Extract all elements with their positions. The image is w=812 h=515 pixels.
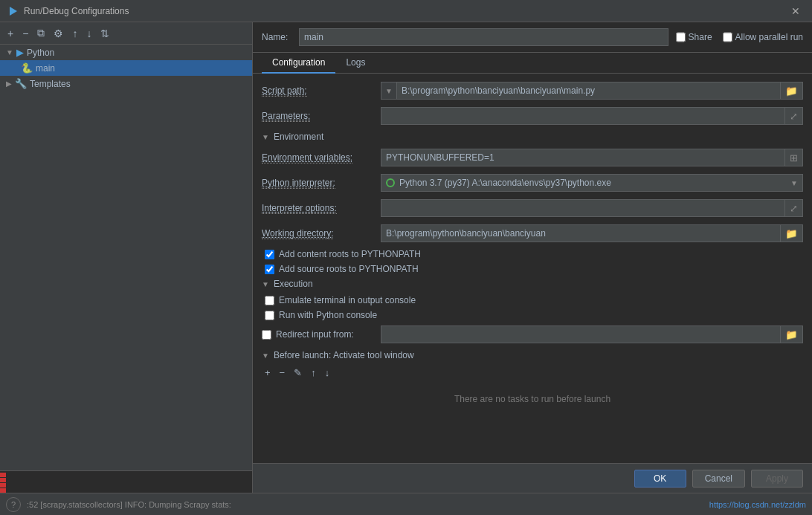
- interpreter-status-icon: [386, 178, 395, 187]
- redirect-input-label-area: Redirect input from:: [262, 329, 381, 340]
- env-vars-row: Environment variables: ⊞: [262, 148, 803, 167]
- before-launch-title: Before launch: Activate tool window: [274, 350, 414, 360]
- templates-label: Templates: [30, 79, 71, 89]
- env-vars-input[interactable]: [381, 149, 785, 166]
- add-content-roots-label[interactable]: Add content roots to PYTHONPATH: [279, 249, 421, 259]
- script-path-type-dropdown[interactable]: ▼: [381, 82, 397, 100]
- before-launch-edit-btn[interactable]: ✎: [291, 366, 305, 379]
- before-launch-add-btn[interactable]: +: [262, 366, 274, 379]
- add-source-roots-label[interactable]: Add source roots to PYTHONPATH: [279, 264, 419, 274]
- python-interpreter-label: Python interpreter:: [262, 178, 381, 188]
- settings-button[interactable]: ⚙: [51, 26, 66, 41]
- status-bar: ? :52 [scrapy.statscollectors] INFO: Dum…: [0, 493, 812, 515]
- run-python-console-row: Run with Python console: [265, 310, 803, 320]
- script-path-label: Script path:: [262, 85, 381, 96]
- left-bottom: [0, 470, 252, 493]
- add-source-roots-checkbox[interactable]: [265, 265, 274, 274]
- name-label: Name:: [262, 32, 291, 42]
- before-launch-toolbar: + − ✎ ↑ ↓: [262, 366, 803, 379]
- script-path-input[interactable]: [397, 82, 781, 100]
- header-right: Share Allow parallel run: [676, 28, 803, 46]
- emulate-terminal-row: Emulate terminal in output console: [265, 295, 803, 305]
- tree-python-group[interactable]: ▼ ▶ Python: [0, 45, 252, 60]
- run-python-console-checkbox[interactable]: [265, 311, 274, 320]
- environment-collapse-icon: ▼: [262, 133, 269, 141]
- move-up-button[interactable]: ↑: [69, 26, 80, 41]
- tree-templates-group[interactable]: ▶ 🔧 Templates: [0, 76, 252, 91]
- emulate-terminal-label[interactable]: Emulate terminal in output console: [279, 295, 416, 305]
- add-config-button[interactable]: +: [4, 26, 16, 41]
- emulate-terminal-checkbox[interactable]: [265, 296, 274, 305]
- python-interpreter-dropdown[interactable]: Python 3.7 (py37) A:\anaconda\envs\py37\…: [381, 174, 803, 192]
- dialog-footer: OK Cancel Apply: [253, 463, 812, 493]
- sort-button[interactable]: ⇅: [97, 26, 112, 41]
- execution-collapse-icon: ▼: [262, 280, 269, 288]
- redirect-input-checkbox[interactable]: [262, 330, 271, 340]
- environment-section-header[interactable]: ▼ Environment: [262, 132, 803, 142]
- execution-section-title: Execution: [274, 279, 313, 289]
- before-launch-remove-btn[interactable]: −: [277, 366, 289, 379]
- execution-section-header[interactable]: ▼ Execution: [262, 279, 803, 289]
- redirect-input-row: Redirect input from: 📁: [262, 325, 803, 344]
- cancel-button[interactable]: Cancel: [692, 470, 745, 488]
- add-content-roots-checkbox[interactable]: [265, 250, 274, 259]
- move-down-button[interactable]: ↓: [83, 26, 94, 41]
- parameters-expand-btn[interactable]: ⤢: [785, 107, 803, 125]
- interpreter-options-label: Interpreter options:: [262, 203, 381, 213]
- parameters-label: Parameters:: [262, 111, 381, 121]
- working-dir-row: Working directory: 📁: [262, 224, 803, 243]
- environment-section-title: Environment: [274, 132, 323, 142]
- before-launch-section: ▼ Before launch: Activate tool window + …: [262, 350, 803, 416]
- apply-button[interactable]: Apply: [751, 470, 803, 488]
- interpreter-options-expand-btn[interactable]: ⤢: [785, 199, 803, 217]
- close-button[interactable]: ✕: [787, 4, 805, 19]
- tree-main-item[interactable]: 🐍 main: [0, 60, 252, 76]
- svg-marker-0: [10, 7, 17, 16]
- redirect-input-value[interactable]: [381, 325, 781, 343]
- right-panel: Name: Share Allow parallel run Configura…: [253, 22, 812, 493]
- config-name-row: Name: Share Allow parallel run: [253, 22, 812, 53]
- script-path-row: Script path: ▼ 📁: [262, 81, 803, 100]
- working-dir-browse-btn[interactable]: 📁: [781, 224, 803, 242]
- status-text: :52 [scrapy.statscollectors] INFO: Dumpi…: [27, 500, 703, 509]
- tab-bar: Configuration Logs: [253, 53, 812, 74]
- script-path-browse-btn[interactable]: 📁: [781, 82, 803, 100]
- interpreter-dropdown-arrow: ▼: [790, 179, 798, 187]
- redirect-input-browse-btn[interactable]: 📁: [781, 325, 803, 343]
- allow-parallel-label[interactable]: Allow parallel run: [723, 28, 803, 46]
- title-bar: Run/Debug Configurations ✕: [0, 0, 812, 22]
- python-interpreter-row: Python interpreter: Python 3.7 (py37) A:…: [262, 173, 803, 192]
- ok-button[interactable]: OK: [634, 470, 686, 488]
- tab-logs[interactable]: Logs: [335, 53, 376, 74]
- redirect-input-label[interactable]: Redirect input from:: [276, 329, 354, 340]
- python-group-label: Python: [27, 48, 54, 58]
- run-config-icon: 🐍: [21, 62, 33, 74]
- app-icon: [7, 5, 19, 17]
- help-button[interactable]: ?: [6, 497, 21, 512]
- share-checkbox-label[interactable]: Share: [676, 28, 712, 46]
- before-launch-header[interactable]: ▼ Before launch: Activate tool window: [262, 350, 803, 360]
- copy-config-button[interactable]: ⧉: [34, 25, 48, 41]
- before-launch-empty: There are no tasks to run before launch: [262, 382, 803, 416]
- interpreter-value: Python 3.7 (py37) A:\anaconda\envs\py37\…: [386, 178, 611, 188]
- env-vars-label: Environment variables:: [262, 152, 381, 163]
- interpreter-options-input[interactable]: [381, 199, 785, 217]
- working-dir-label: Working directory:: [262, 228, 381, 239]
- add-content-roots-row: Add content roots to PYTHONPATH: [265, 249, 803, 259]
- tab-configuration[interactable]: Configuration: [262, 53, 335, 74]
- parameters-input[interactable]: [381, 107, 785, 125]
- name-input[interactable]: [299, 28, 668, 46]
- share-checkbox[interactable]: [676, 28, 686, 46]
- allow-parallel-checkbox[interactable]: [723, 28, 732, 46]
- run-python-console-label: Run with Python console: [279, 310, 377, 320]
- left-toolbar: + − ⧉ ⚙ ↑ ↓ ⇅: [0, 22, 252, 45]
- expand-arrow: ▼: [6, 48, 13, 56]
- before-launch-up-btn[interactable]: ↑: [308, 366, 319, 379]
- working-dir-input[interactable]: [381, 224, 781, 242]
- env-vars-edit-btn[interactable]: ⊞: [785, 149, 803, 166]
- config-content: Script path: ▼ 📁 Parameters: ⤢: [253, 74, 812, 463]
- remove-config-button[interactable]: −: [19, 26, 31, 41]
- before-launch-down-btn[interactable]: ↓: [322, 366, 333, 379]
- before-launch-collapse-icon: ▼: [262, 352, 269, 360]
- csdn-link[interactable]: https://blog.csdn.net/zzldm: [709, 500, 806, 509]
